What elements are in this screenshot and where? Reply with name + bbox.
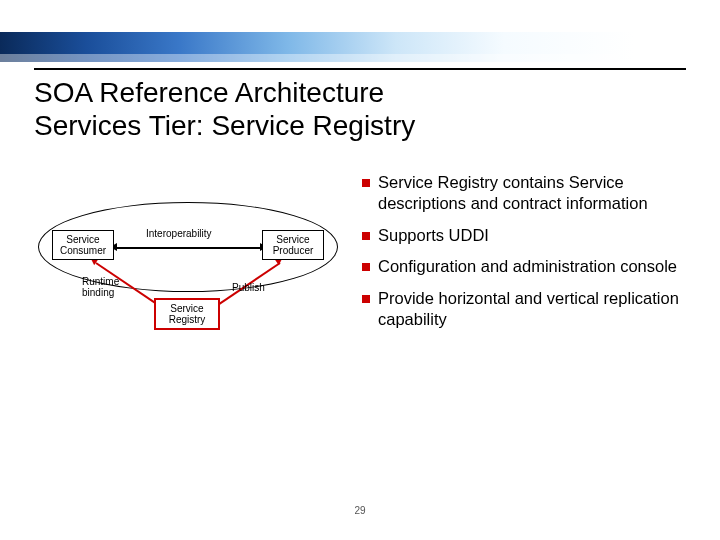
label-interoperability: Interoperability (146, 228, 212, 239)
label-publish: Publish (232, 282, 265, 293)
box-service-registry: Service Registry (154, 298, 220, 330)
title-line-1: SOA Reference Architecture (34, 77, 384, 108)
bullet-item: Configuration and administration console (362, 256, 686, 277)
bullet-item: Provide horizontal and vertical replicat… (362, 288, 686, 331)
header-rule (34, 68, 686, 70)
interop-arrow-line (116, 247, 260, 249)
slide: SOA Reference Architecture Services Tier… (0, 0, 720, 540)
bullet-list: Service Registry contains Service descri… (362, 172, 686, 472)
box-service-producer: Service Producer (262, 230, 324, 260)
content-area: Service Consumer Service Producer Servic… (34, 172, 686, 472)
slide-title: SOA Reference Architecture Services Tier… (34, 76, 686, 142)
label-runtime-line1: Runtime (82, 276, 119, 287)
bullet-item: Service Registry contains Service descri… (362, 172, 686, 215)
page-number: 29 (0, 505, 720, 516)
bullet-item: Supports UDDI (362, 225, 686, 246)
service-registry-diagram: Service Consumer Service Producer Servic… (34, 172, 344, 362)
title-line-2: Services Tier: Service Registry (34, 110, 415, 141)
header-banner (0, 32, 720, 62)
label-runtime-line2: binding (82, 287, 114, 298)
label-runtime-binding: Runtime binding (82, 276, 119, 298)
box-service-consumer: Service Consumer (52, 230, 114, 260)
